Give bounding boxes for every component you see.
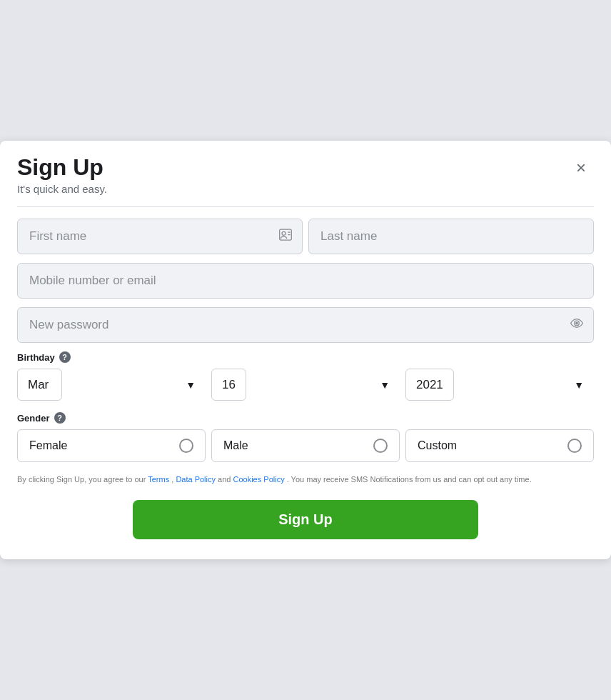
day-wrapper: 123 456 789 101112 131415 161718 192021 … — [211, 369, 400, 401]
data-policy-link[interactable]: Data Policy — [176, 475, 216, 484]
mobile-email-wrapper — [17, 263, 594, 299]
gender-help-icon[interactable]: ? — [54, 412, 66, 424]
terms-suffix: . You may receive SMS Notifications from… — [287, 475, 532, 484]
day-select[interactable]: 123 456 789 101112 131415 161718 192021 … — [211, 369, 246, 401]
female-radio[interactable] — [179, 439, 193, 453]
email-row — [17, 263, 594, 299]
day-chevron-icon: ▼ — [380, 379, 390, 391]
close-button[interactable]: × — [568, 155, 594, 181]
month-wrapper: Jan Feb Mar Apr May Jun Jul Aug Sep Oct … — [17, 369, 206, 401]
year-chevron-icon: ▼ — [574, 379, 584, 391]
male-radio[interactable] — [373, 439, 388, 453]
terms-prefix: By clicking Sign Up, you agree to our — [17, 475, 148, 484]
password-row — [17, 307, 594, 343]
year-select[interactable]: 2021 2020 2019 2018 2017 2016 2015 2014 … — [405, 369, 454, 401]
terms-link[interactable]: Terms — [148, 475, 169, 484]
signup-modal: Sign Up It's quick and easy. × — [0, 141, 611, 559]
password-visibility-icon — [570, 316, 584, 334]
male-label: Male — [223, 439, 248, 452]
terms-middle: and — [218, 475, 233, 484]
last-name-wrapper — [308, 219, 594, 254]
password-input[interactable] — [17, 307, 594, 343]
birthday-row: Jan Feb Mar Apr May Jun Jul Aug Sep Oct … — [17, 369, 594, 401]
birthday-label-text: Birthday — [17, 352, 55, 363]
first-name-input[interactable] — [17, 219, 303, 254]
signup-button[interactable]: Sign Up — [133, 500, 479, 539]
gender-label-text: Gender — [17, 413, 50, 424]
gender-label: Gender ? — [17, 412, 594, 424]
birthday-help-icon[interactable]: ? — [59, 351, 71, 363]
gender-option-female[interactable]: Female — [17, 429, 206, 462]
first-name-wrapper — [17, 219, 303, 254]
custom-label: Custom — [418, 439, 457, 452]
female-label: Female — [29, 439, 67, 452]
svg-point-5 — [576, 323, 578, 325]
birthday-section: Birthday ? Jan Feb Mar Apr May Jun Jul A… — [17, 351, 594, 401]
mobile-email-input[interactable] — [17, 263, 594, 299]
birthday-label: Birthday ? — [17, 351, 594, 363]
modal-title: Sign Up — [17, 155, 594, 180]
month-chevron-icon: ▼ — [186, 379, 196, 391]
gender-row: Female Male Custom — [17, 429, 594, 462]
name-row — [17, 219, 594, 254]
gender-section: Gender ? Female Male Custom — [17, 412, 594, 462]
terms-text: By clicking Sign Up, you agree to our Te… — [17, 474, 594, 486]
last-name-input[interactable] — [308, 219, 594, 254]
modal-header: Sign Up It's quick and easy. × — [17, 155, 594, 207]
gender-option-custom[interactable]: Custom — [405, 429, 594, 462]
svg-point-1 — [282, 232, 286, 236]
modal-subtitle: It's quick and easy. — [17, 183, 594, 195]
month-select[interactable]: Jan Feb Mar Apr May Jun Jul Aug Sep Oct … — [17, 369, 62, 401]
year-wrapper: 2021 2020 2019 2018 2017 2016 2015 2014 … — [405, 369, 594, 401]
contact-card-icon — [278, 228, 293, 246]
gender-option-male[interactable]: Male — [211, 429, 400, 462]
password-wrapper — [17, 307, 594, 343]
custom-radio[interactable] — [567, 439, 582, 453]
cookies-policy-link[interactable]: Cookies Policy — [233, 475, 285, 484]
signup-form: Birthday ? Jan Feb Mar Apr May Jun Jul A… — [17, 207, 594, 539]
